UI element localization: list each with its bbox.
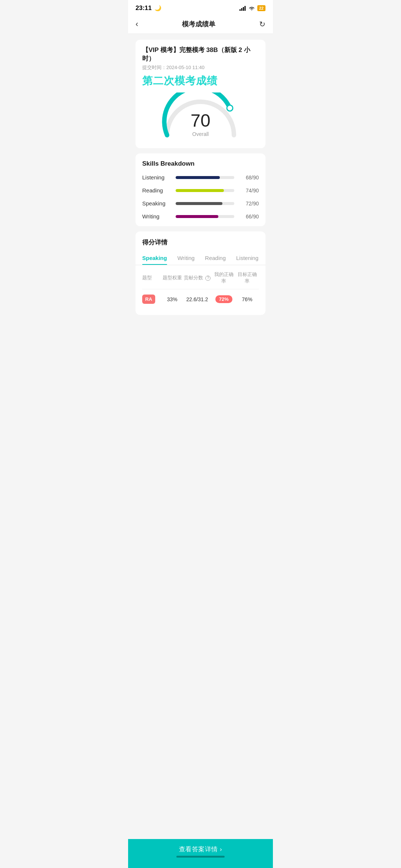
skill-name: Speaking <box>142 200 176 207</box>
skill-row: Reading 74/90 <box>142 187 259 194</box>
score-details-title: 得分详情 <box>136 238 265 247</box>
table-row: RA 33% 22.6/31.2 72% 76% <box>142 289 259 309</box>
skill-bar-track <box>176 202 234 205</box>
info-icon[interactable]: ? <box>205 276 211 281</box>
page-title: 模考成绩单 <box>182 20 215 29</box>
gauge-score: 70 <box>190 112 210 130</box>
status-icons: 22 <box>239 5 265 11</box>
exam-title: 【VIP 模考】完整模考 38B（新版 2 小时） <box>142 46 259 63</box>
score-details-section: 得分详情 SpeakingWritingReadingListening 题型 … <box>136 231 265 315</box>
svg-rect-1 <box>241 8 242 11</box>
rate-badge: 72% <box>215 295 232 303</box>
watermark-text: 第二次模考成绩 <box>142 74 259 88</box>
skill-name: Writing <box>142 213 176 220</box>
skill-bar-fill <box>176 189 224 192</box>
refresh-button[interactable]: ↻ <box>259 20 265 29</box>
skill-bar-fill <box>176 176 220 179</box>
skill-bar-track <box>176 176 234 179</box>
nav-header: ‹ 模考成绩单 ↻ <box>128 15 273 34</box>
gauge-label: Overall <box>190 131 210 137</box>
skill-score: 72/90 <box>239 201 259 207</box>
col-contrib-cell: 22.6/31.2 <box>182 296 212 302</box>
wifi-icon <box>248 6 255 11</box>
skills-breakdown-card: Skills Breakdown Listening 68/90 Reading… <box>136 153 265 226</box>
table-header: 题型 题型权重 贡献分数 ? 我的正确率 目标正确率 <box>142 271 259 289</box>
gauge-container: 70 Overall <box>142 92 259 141</box>
skill-name: Listening <box>142 174 176 181</box>
status-time: 23:11 🌙 <box>136 4 162 12</box>
skill-row: Speaking 72/90 <box>142 200 259 207</box>
skill-score: 68/90 <box>239 175 259 181</box>
main-content: 【VIP 模考】完整模考 38B（新版 2 小时） 提交时间：2024-05-1… <box>128 34 273 326</box>
skill-score: 66/90 <box>239 214 259 220</box>
skill-row: Listening 68/90 <box>142 174 259 181</box>
type-badge: RA <box>142 295 155 304</box>
tab-item-reading[interactable]: Reading <box>200 252 231 265</box>
skill-bar-track <box>176 189 234 192</box>
gauge-score-block: 70 Overall <box>190 112 210 137</box>
exam-subtitle: 提交时间：2024-05-10 11:40 <box>142 64 259 71</box>
col-type-cell: RA <box>142 295 162 304</box>
col-target-cell: 76% <box>235 296 259 302</box>
col-header-weight: 题型权重 <box>162 274 182 281</box>
exam-title-block: 【VIP 模考】完整模考 38B（新版 2 小时） 提交时间：2024-05-1… <box>136 40 265 148</box>
col-header-target: 目标正确率 <box>235 271 259 285</box>
svg-rect-0 <box>239 9 241 11</box>
svg-rect-2 <box>243 7 244 11</box>
skill-bar-fill <box>176 215 218 218</box>
skill-score: 74/90 <box>239 188 259 194</box>
battery-icon: 22 <box>257 5 265 11</box>
skill-bar-fill <box>176 202 222 205</box>
svg-point-4 <box>227 105 233 111</box>
col-header-contrib: 贡献分数 ? <box>182 274 212 281</box>
signal-icon <box>239 6 246 11</box>
tab-item-listening[interactable]: Listening <box>231 252 264 265</box>
table-section: 题型 题型权重 贡献分数 ? 我的正确率 目标正确率 RA 33% 22.6/3… <box>136 265 265 315</box>
tab-item-writing[interactable]: Writing <box>172 252 200 265</box>
col-weight-cell: 33% <box>162 296 182 302</box>
skill-row: Writing 66/90 <box>142 213 259 220</box>
status-bar: 23:11 🌙 22 <box>128 0 273 15</box>
col-myrate-cell: 72% <box>212 295 235 303</box>
tabs-row: SpeakingWritingReadingListening <box>136 252 265 265</box>
skills-list: Listening 68/90 Reading 74/90 Speaking 7… <box>142 174 259 220</box>
back-button[interactable]: ‹ <box>136 19 138 29</box>
skill-bar-track <box>176 215 234 218</box>
skills-breakdown-title: Skills Breakdown <box>142 160 259 168</box>
svg-rect-3 <box>244 6 245 11</box>
table-rows: RA 33% 22.6/31.2 72% 76% <box>142 289 259 309</box>
tab-item-speaking[interactable]: Speaking <box>142 252 172 265</box>
skill-name: Reading <box>142 187 176 194</box>
col-header-myrate: 我的正确率 <box>212 271 235 285</box>
col-header-type: 题型 <box>142 274 162 281</box>
